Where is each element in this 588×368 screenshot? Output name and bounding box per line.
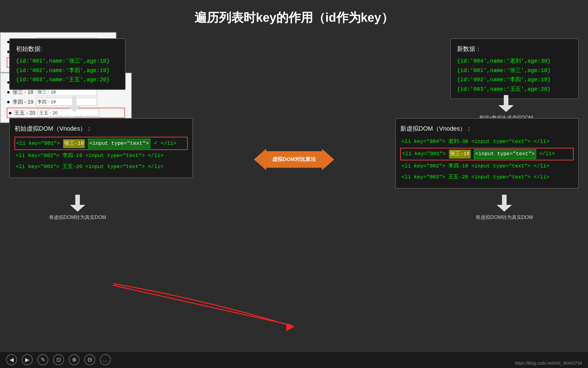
init-data-line3: {id:'003',name:'王五',age:20}: [16, 75, 119, 85]
page-title: 遍历列表时key的作用（id作为key）: [0, 0, 588, 32]
new-data-title: 新数据：: [457, 44, 572, 54]
toolbar-btn-zoom-in[interactable]: ⊕: [69, 354, 80, 365]
arrow-right-top: 根据■数据生成虚拟DOM: [479, 95, 533, 121]
init-vdom-line2: <li key="002"> 李四-19 <input type="text">…: [14, 151, 188, 161]
svg-marker-2: [286, 325, 294, 331]
toolbar-btn-save[interactable]: ⊡: [53, 354, 64, 365]
init-data-box: 初始数据: {id:'001',name:'张三',age:18} {id:'0…: [9, 38, 126, 90]
init-vdom-box: 初始虚拟DOM（Vnodes）： <li key="001"> 张三-18 <i…: [9, 118, 193, 178]
new-vdom-box: 新虚拟DOM（Vnodes）： <li key="004"> 老刘-30 <in…: [395, 118, 579, 189]
toolbar-btn-next[interactable]: ▶: [22, 354, 33, 365]
toolbar-btn-more[interactable]: …: [100, 354, 111, 365]
new-data-line3: {id:'002',name:'李四',age:19}: [457, 75, 572, 85]
new-vdom-line4: <li key="003"> 王五-20 <input type="text">…: [400, 172, 574, 182]
bottom-toolbar: ◀ ▶ ✎ ⊡ ⊕ ⊟ … https://blog.csdn.net/m0_4…: [0, 351, 588, 368]
arrow-left-bottom: 将虚拟DOM转为真实DOM: [49, 195, 106, 221]
new-vdom-line1: <li key="004"> 老刘-30 <input type="text">…: [400, 137, 574, 147]
arrow-left-top: 根据数据生成虚拟DOM: [49, 95, 100, 121]
init-data-line2: {id:'002',name:'李四',age:19}: [16, 66, 119, 75]
arrow-right-bottom-label: 将虚拟DOM转为真实DOM: [476, 214, 533, 221]
toolbar-btn-zoom-out[interactable]: ⊟: [84, 354, 95, 365]
init-data-line1: {id:'001',name:'张三',age:18}: [16, 56, 119, 66]
content-area: 初始数据: {id:'001',name:'张三',age:18} {id:'0…: [0, 32, 588, 368]
center-arrow-label: 虚拟DOM对比算法: [266, 151, 322, 168]
init-vdom-title: 初始虚拟DOM（Vnodes）：: [14, 123, 188, 134]
website-label: https://blog.csdn.net/m0_46403734: [515, 361, 582, 366]
new-data-line2: {id:'001',name:'张三',age:18}: [457, 66, 572, 75]
new-data-line1: {id:'004',name:'老刘',age:30}: [457, 56, 572, 66]
center-arrow-container: 虚拟DOM对比算法: [254, 149, 334, 170]
new-vdom-line2: <li key="001"> 张三-18 <input type="text">…: [400, 148, 574, 160]
init-vdom-line3: <li key="003"> 王五-20 <input type="text">…: [14, 162, 188, 172]
toolbar-btn-edit[interactable]: ✎: [37, 354, 48, 365]
svg-marker-3: [288, 324, 294, 330]
new-vdom-line3: <li key="002"> 李四-19 <input type="text">…: [400, 161, 574, 171]
new-data-box: 新数据： {id:'004',name:'老刘',age:30} {id:'00…: [450, 38, 579, 99]
arrow-right-bottom: 将虚拟DOM转为真实DOM: [476, 195, 533, 221]
new-data-line4: {id:'003',name:'王五',age:20}: [457, 85, 572, 94]
init-vdom-line1: <li key="001"> 张三-18 <input type="text">…: [14, 137, 188, 150]
toolbar-btn-prev[interactable]: ◀: [6, 354, 17, 365]
arrow-left-bottom-label: 将虚拟DOM转为真实DOM: [49, 214, 106, 221]
new-vdom-title: 新虚拟DOM（Vnodes）：: [400, 123, 574, 134]
svg-line-0: [113, 285, 291, 325]
init-data-title: 初始数据:: [16, 44, 119, 54]
